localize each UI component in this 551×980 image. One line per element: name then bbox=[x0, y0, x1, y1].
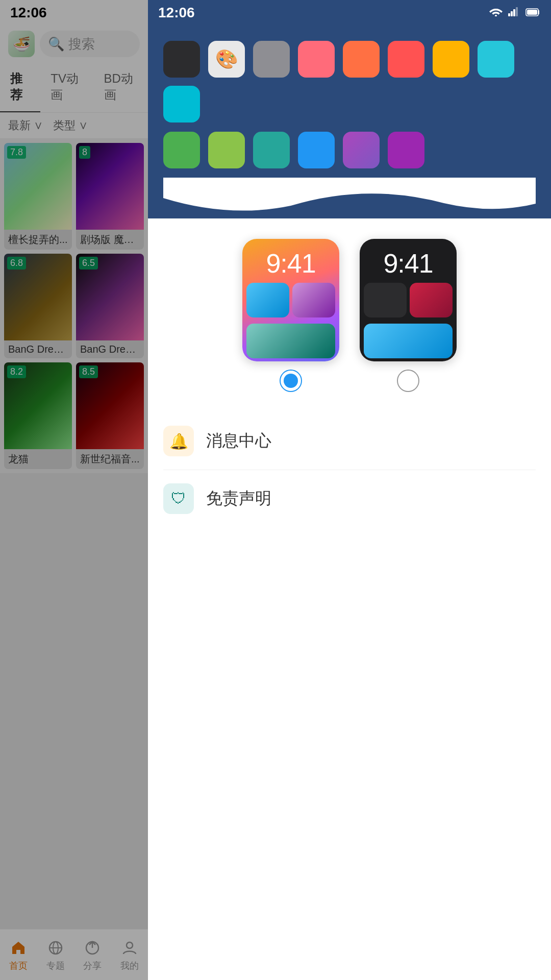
notification-center-label: 消息中心 bbox=[206, 430, 271, 452]
widget-blue bbox=[246, 283, 289, 317]
radio-dark-theme[interactable] bbox=[397, 370, 419, 392]
theme-swatch-violet[interactable] bbox=[388, 132, 424, 168]
theme-swatch-turquoise[interactable] bbox=[253, 132, 290, 168]
disclaimer-row[interactable]: 🛡 免责声明 bbox=[163, 470, 536, 527]
phone-time-light: 9:41 bbox=[242, 239, 339, 279]
svg-rect-8 bbox=[511, 11, 513, 16]
theme-swatch-orange-red[interactable] bbox=[343, 41, 380, 78]
theme-swatch-pink[interactable] bbox=[298, 41, 335, 78]
theme-swatch-purple[interactable] bbox=[343, 132, 380, 168]
panel-time: 12:06 bbox=[158, 5, 195, 21]
widget-dark1 bbox=[364, 283, 407, 317]
phone-mockup-light[interactable]: 9:41 bbox=[242, 239, 339, 361]
disclaimer-icon: 🛡 bbox=[163, 483, 194, 514]
theme-preview: 9:41 bbox=[148, 218, 551, 407]
disclaimer-label: 免责声明 bbox=[206, 487, 271, 510]
theme-swatch-amber[interactable] bbox=[433, 41, 469, 78]
phone-widgets-light bbox=[242, 280, 339, 361]
radio-light-theme[interactable] bbox=[280, 370, 302, 392]
theme-swatch-palette[interactable]: 🎨 bbox=[208, 41, 245, 78]
wave-divider bbox=[163, 178, 536, 218]
color-row-1: 🎨 bbox=[163, 41, 536, 122]
widget-purple bbox=[292, 283, 335, 317]
notification-center-icon: 🔔 bbox=[163, 426, 194, 456]
svg-point-6 bbox=[495, 15, 497, 16]
phone-time-dark: 9:41 bbox=[360, 239, 457, 279]
battery-icon bbox=[525, 6, 541, 19]
theme-swatch-gray[interactable] bbox=[253, 41, 290, 78]
panel-status-bar: 12:06 bbox=[148, 0, 551, 26]
theme-swatch-green[interactable] bbox=[163, 132, 200, 168]
theme-swatch-cyan[interactable] bbox=[163, 86, 200, 122]
widget-teal bbox=[246, 324, 335, 358]
settings-content: 9:41 bbox=[148, 218, 551, 980]
phone-mockup-dark[interactable]: 9:41 bbox=[360, 239, 457, 361]
dim-overlay bbox=[0, 0, 148, 980]
theme-swatch-blue[interactable] bbox=[298, 132, 335, 168]
settings-menu: 🔔 消息中心 🛡 免责声明 bbox=[148, 407, 551, 532]
phone-widgets-dark bbox=[360, 280, 457, 361]
widget-dark-red bbox=[410, 283, 453, 317]
svg-rect-9 bbox=[513, 9, 515, 16]
settings-panel: 12:06 bbox=[148, 0, 551, 980]
color-row-2 bbox=[163, 132, 536, 168]
signal-icon bbox=[508, 6, 520, 19]
theme-swatch-lime[interactable] bbox=[208, 132, 245, 168]
radio-inner bbox=[284, 374, 298, 388]
theme-swatch-coral[interactable] bbox=[388, 41, 424, 78]
svg-rect-7 bbox=[508, 13, 510, 16]
widget-dark-blue bbox=[364, 324, 453, 358]
wifi-icon bbox=[489, 6, 503, 19]
theme-color-section: 🎨 bbox=[148, 26, 551, 218]
svg-rect-12 bbox=[527, 10, 537, 15]
notification-center-row[interactable]: 🔔 消息中心 bbox=[163, 412, 536, 470]
svg-rect-10 bbox=[516, 7, 518, 16]
theme-swatch-teal[interactable] bbox=[478, 41, 514, 78]
theme-swatch-dark[interactable] bbox=[163, 41, 200, 78]
status-icons bbox=[489, 6, 541, 19]
